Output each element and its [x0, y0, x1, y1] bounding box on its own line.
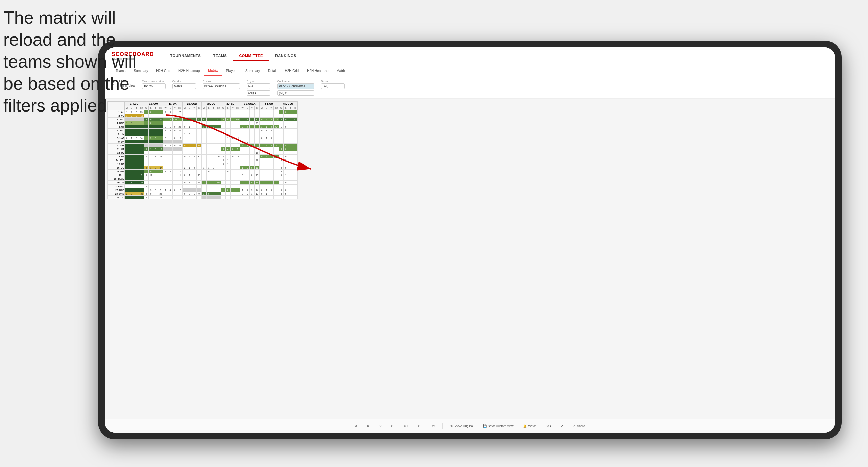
gender-filter: Gender Men's — [172, 80, 196, 89]
filters-row: Full View Compact View Max teams in view… — [105, 77, 835, 99]
conference-select2[interactable]: (All) ▾ — [277, 90, 314, 96]
view-original-button[interactable]: 👁 View: Original — [448, 423, 475, 429]
table-row: 9. UA 01 — [108, 140, 298, 144]
col-uw: 10. UW — [144, 102, 163, 106]
view-icon: 👁 — [450, 424, 453, 428]
reset-button[interactable]: ⟲ — [377, 423, 384, 429]
matrix-area: 3. ASU 10. UW 11. UA 22. UCB 24. UO 27. … — [105, 99, 835, 419]
team-label: Team — [321, 80, 345, 83]
save-custom-button[interactable]: 💾 Save Custom View — [481, 423, 516, 429]
table-row: 18. U 2 011 11 01 10 01013 51 — [108, 173, 298, 177]
region-select2[interactable]: (All) ▾ — [247, 90, 270, 96]
division-filter: Division NCAA Division I — [203, 80, 240, 89]
nav-teams[interactable]: TEAMS — [207, 51, 233, 61]
max-teams-select[interactable]: Top 25 — [142, 83, 166, 89]
division-label: Division — [203, 80, 240, 83]
sub-nav-players[interactable]: Players — [222, 66, 241, 75]
sub-nav-h2h-grid[interactable]: H2H Grid — [152, 66, 174, 75]
table-row: 3. ASU 40 80 50120 20 40 0 52 60 160 60 … — [108, 118, 298, 121]
sub-nav-h2h-heatmap[interactable]: H2H Heatmap — [174, 66, 204, 75]
nav-tournaments[interactable]: TOURNAMENTS — [164, 51, 207, 61]
max-teams-filter: Max teams in view Top 25 — [142, 80, 166, 89]
zoom-out-button[interactable]: ⊖ - — [416, 423, 425, 429]
table-row: 20. UG 10-34 01 23 1 40 01019 10 10 — [108, 181, 298, 185]
share-icon: ↗ — [573, 424, 576, 428]
gender-label: Gender — [172, 80, 196, 83]
table-row: 21. ETSU 010 — [108, 185, 298, 188]
save-custom-label: Save Custom View — [488, 424, 514, 428]
team-select[interactable]: (All) — [321, 83, 345, 89]
sub-nav-h2h-grid2[interactable]: H2H Grid — [281, 66, 303, 75]
team-filter: Team (All) — [321, 80, 345, 89]
table-row: 17. GIT 10 11 10 11 10 11 10 51 — [108, 170, 298, 173]
tablet-screen: SCOREBOARD Powered by clippd TOURNAMENTS… — [105, 47, 835, 433]
top-nav: SCOREBOARD Powered by clippd TOURNAMENTS… — [105, 47, 835, 65]
table-row: 10. UW 13032 04173 25066 12051 1451 — [108, 144, 298, 147]
sub-nav-matrix2[interactable]: Matrix — [333, 66, 350, 75]
table-row: 11. UA 01018 3400 30 — [108, 147, 298, 151]
watch-label: Watch — [528, 424, 536, 428]
table-row: 23. UNM 20 -23 20 25 0010 10 01110 01 35 — [108, 192, 298, 196]
table-row: 16. UO 210-14 210 110 11011 20 — [108, 166, 298, 170]
sub-nav-detail[interactable]: Detail — [264, 66, 281, 75]
undo-button[interactable]: ↺ — [353, 423, 359, 429]
sub-nav-h2h-heatmap2[interactable]: H2H Heatmap — [303, 66, 332, 75]
row-label-asu: 3. ASU — [108, 118, 125, 121]
conference-label: Conference — [277, 80, 314, 83]
table-row: 5. UT 01022 01 110 20 11040 10 — [108, 125, 298, 129]
share-button[interactable]: ↗ Share — [571, 423, 587, 429]
refresh-button[interactable]: ⏱ — [430, 423, 437, 429]
toolbar-sep — [442, 423, 443, 429]
nav-rankings[interactable]: RANKINGS — [269, 51, 303, 61]
col-ucb: 22. UCB — [183, 102, 202, 106]
zoom-in-button[interactable]: ⊕ + — [401, 423, 411, 429]
col-ucla: 31. UCLA — [240, 102, 260, 106]
table-row: 24. UO 02029 — [108, 196, 298, 199]
matrix-wrapper[interactable]: 3. ASU 10. UW 11. UA 22. UCB 24. UO 27. … — [107, 101, 832, 199]
options-button[interactable]: ⚙ ▾ — [544, 423, 554, 429]
save-icon: 💾 — [483, 424, 487, 428]
table-row: 7. UM 10 — [108, 132, 298, 136]
watch-button[interactable]: 🔔 Watch — [521, 423, 538, 429]
nav-items: TOURNAMENTS TEAMS COMMITTEE RANKINGS — [164, 51, 303, 61]
watch-icon: 🔔 — [523, 424, 527, 428]
table-row: 22. UCB 1303 14012 10 10344 010 60 — [108, 188, 298, 192]
sub-nav: Teams Summary H2H Grid H2H Heatmap Matri… — [105, 65, 835, 77]
col-uo: 24. UO — [202, 102, 221, 106]
sub-nav-summary2[interactable]: Summary — [241, 66, 264, 75]
conference-select[interactable]: Pac-12 Conference — [277, 83, 314, 89]
gender-select[interactable]: Men's — [172, 83, 196, 89]
col-osu: 57. OSU — [279, 102, 298, 106]
tablet-device: SCOREBOARD Powered by clippd TOURNAMENTS… — [98, 41, 842, 439]
table-row: 14. TTU 01 29 30 — [108, 158, 298, 162]
nav-committee[interactable]: COMMITTEE — [233, 51, 269, 61]
col-su: 27. SU — [221, 102, 240, 106]
bottom-toolbar: ↺ ↻ ⟲ ⊙ ⊕ + ⊖ - ⏱ 👁 View: Original 💾 Sav… — [105, 419, 835, 433]
region-select[interactable]: N/A — [247, 83, 270, 89]
redo-button[interactable]: ↻ — [365, 423, 371, 429]
table-row: 6. FSU 14035 010 — [108, 129, 298, 132]
col-uu: 54. UU — [260, 102, 279, 106]
table-row: 19. TAMU — [108, 177, 298, 181]
col-ua: 11. UA — [163, 102, 183, 106]
table-row: 13. UT 22122 02030 12026 22012 02 18 10 — [108, 155, 298, 158]
app-content: SCOREBOARD Powered by clippd TOURNAMENTS… — [105, 47, 835, 433]
table-row: 4. UNC 10 10 29 — [108, 121, 298, 125]
max-teams-label: Max teams in view — [142, 80, 166, 83]
sub-nav-matrix[interactable]: Matrix — [204, 66, 222, 76]
view-original-label: View: Original — [455, 424, 473, 428]
table-row: 8. UAF 01014 120 01015 11011 010 — [108, 136, 298, 140]
table-row: 12. UV 15 — [108, 151, 298, 155]
share-label: Share — [577, 424, 585, 428]
table-row: 15. UF 01 — [108, 162, 298, 166]
region-label: Region — [247, 80, 270, 83]
annotation-text: The matrix will reload and the teams sho… — [3, 7, 145, 117]
zoom-fit-button[interactable]: ⊙ — [389, 423, 396, 429]
conference-filter: Conference Pac-12 Conference (All) ▾ — [277, 80, 314, 96]
division-select[interactable]: NCAA Division I — [203, 83, 240, 89]
region-filter: Region N/A (All) ▾ — [247, 80, 270, 96]
expand-button[interactable]: ⤢ — [559, 423, 565, 429]
